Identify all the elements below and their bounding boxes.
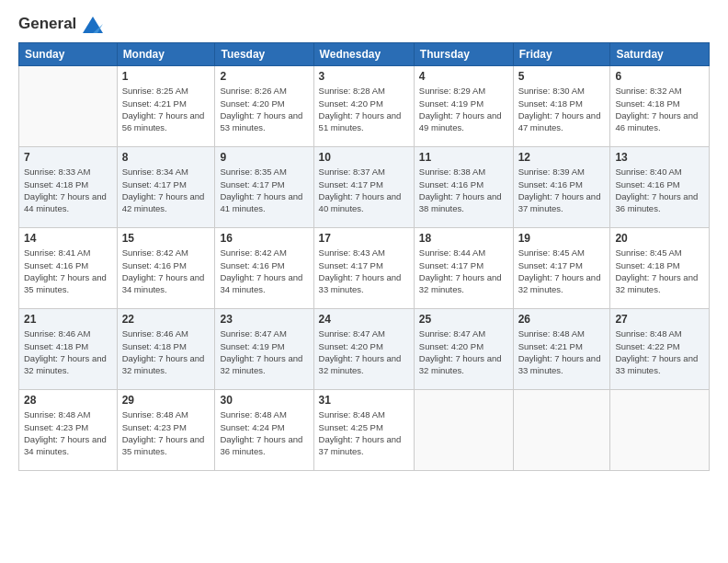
calendar-cell: 24Sunrise: 8:47 AMSunset: 4:20 PMDayligh… <box>313 309 414 390</box>
day-number: 22 <box>122 313 210 326</box>
logo: General <box>18 15 103 33</box>
day-number: 4 <box>419 70 508 83</box>
calendar-cell: 12Sunrise: 8:39 AMSunset: 4:16 PMDayligh… <box>513 147 610 228</box>
calendar-cell: 9Sunrise: 8:35 AMSunset: 4:17 PMDaylight… <box>215 147 313 228</box>
calendar-week-row: 21Sunrise: 8:46 AMSunset: 4:18 PMDayligh… <box>19 309 710 390</box>
day-info: Sunrise: 8:48 AMSunset: 4:23 PMDaylight:… <box>122 408 210 457</box>
day-number: 13 <box>615 151 704 164</box>
day-info: Sunrise: 8:43 AMSunset: 4:17 PMDaylight:… <box>319 247 409 295</box>
day-info: Sunrise: 8:34 AMSunset: 4:17 PMDaylight:… <box>122 166 210 214</box>
calendar-cell: 8Sunrise: 8:34 AMSunset: 4:17 PMDaylight… <box>117 147 215 228</box>
day-info: Sunrise: 8:37 AMSunset: 4:17 PMDaylight:… <box>319 166 409 214</box>
calendar-cell: 22Sunrise: 8:46 AMSunset: 4:18 PMDayligh… <box>117 309 215 390</box>
day-number: 19 <box>518 232 606 245</box>
day-number: 14 <box>24 232 112 245</box>
calendar-cell <box>414 390 513 471</box>
calendar-cell <box>513 390 610 471</box>
calendar-week-row: 14Sunrise: 8:41 AMSunset: 4:16 PMDayligh… <box>19 228 710 309</box>
day-number: 29 <box>122 394 210 407</box>
day-info: Sunrise: 8:28 AMSunset: 4:20 PMDaylight:… <box>319 85 409 133</box>
day-info: Sunrise: 8:35 AMSunset: 4:17 PMDaylight:… <box>220 166 308 214</box>
calendar-cell: 15Sunrise: 8:42 AMSunset: 4:16 PMDayligh… <box>117 228 215 309</box>
day-number: 6 <box>615 70 704 83</box>
day-info: Sunrise: 8:30 AMSunset: 4:18 PMDaylight:… <box>518 85 606 133</box>
calendar-cell <box>19 66 118 147</box>
calendar-cell: 20Sunrise: 8:45 AMSunset: 4:18 PMDayligh… <box>610 228 710 309</box>
day-number: 30 <box>220 394 308 407</box>
day-number: 10 <box>319 151 409 164</box>
day-number: 24 <box>319 313 409 326</box>
day-number: 7 <box>24 151 112 164</box>
day-info: Sunrise: 8:45 AMSunset: 4:18 PMDaylight:… <box>615 247 704 295</box>
day-info: Sunrise: 8:47 AMSunset: 4:19 PMDaylight:… <box>220 327 308 376</box>
day-info: Sunrise: 8:48 AMSunset: 4:23 PMDaylight:… <box>24 408 112 457</box>
calendar-cell: 29Sunrise: 8:48 AMSunset: 4:23 PMDayligh… <box>117 390 215 471</box>
logo-text: General <box>18 15 103 33</box>
day-number: 23 <box>220 313 308 326</box>
weekday-header: Sunday <box>19 43 118 66</box>
weekday-header: Monday <box>117 43 215 66</box>
header: General <box>18 15 710 33</box>
day-number: 11 <box>419 151 508 164</box>
day-info: Sunrise: 8:25 AMSunset: 4:21 PMDaylight:… <box>122 85 210 133</box>
day-number: 9 <box>220 151 308 164</box>
day-info: Sunrise: 8:46 AMSunset: 4:18 PMDaylight:… <box>122 327 210 376</box>
day-info: Sunrise: 8:42 AMSunset: 4:16 PMDaylight:… <box>220 247 308 295</box>
calendar-cell: 31Sunrise: 8:48 AMSunset: 4:25 PMDayligh… <box>313 390 414 471</box>
day-info: Sunrise: 8:48 AMSunset: 4:25 PMDaylight:… <box>319 408 409 457</box>
page: General SundayMondayTuesdayWednesdayThur… <box>0 0 728 563</box>
day-number: 2 <box>220 70 308 83</box>
day-number: 21 <box>24 313 112 326</box>
calendar-cell <box>610 390 710 471</box>
day-info: Sunrise: 8:38 AMSunset: 4:16 PMDaylight:… <box>419 166 508 214</box>
calendar-cell: 21Sunrise: 8:46 AMSunset: 4:18 PMDayligh… <box>19 309 118 390</box>
day-info: Sunrise: 8:33 AMSunset: 4:18 PMDaylight:… <box>24 166 112 214</box>
calendar-cell: 1Sunrise: 8:25 AMSunset: 4:21 PMDaylight… <box>117 66 215 147</box>
day-info: Sunrise: 8:41 AMSunset: 4:16 PMDaylight:… <box>24 247 112 295</box>
weekday-header: Tuesday <box>215 43 313 66</box>
calendar-cell: 30Sunrise: 8:48 AMSunset: 4:24 PMDayligh… <box>215 390 313 471</box>
calendar-cell: 7Sunrise: 8:33 AMSunset: 4:18 PMDaylight… <box>19 147 118 228</box>
weekday-header: Wednesday <box>313 43 414 66</box>
day-info: Sunrise: 8:48 AMSunset: 4:21 PMDaylight:… <box>518 327 606 376</box>
calendar-cell: 11Sunrise: 8:38 AMSunset: 4:16 PMDayligh… <box>414 147 513 228</box>
calendar-week-row: 1Sunrise: 8:25 AMSunset: 4:21 PMDaylight… <box>19 66 710 147</box>
day-info: Sunrise: 8:44 AMSunset: 4:17 PMDaylight:… <box>419 247 508 295</box>
day-number: 12 <box>518 151 606 164</box>
calendar-cell: 26Sunrise: 8:48 AMSunset: 4:21 PMDayligh… <box>513 309 610 390</box>
day-info: Sunrise: 8:46 AMSunset: 4:18 PMDaylight:… <box>24 327 112 376</box>
calendar-cell: 25Sunrise: 8:47 AMSunset: 4:20 PMDayligh… <box>414 309 513 390</box>
calendar-cell: 19Sunrise: 8:45 AMSunset: 4:17 PMDayligh… <box>513 228 610 309</box>
calendar-cell: 17Sunrise: 8:43 AMSunset: 4:17 PMDayligh… <box>313 228 414 309</box>
calendar-table: SundayMondayTuesdayWednesdayThursdayFrid… <box>18 42 710 471</box>
calendar-cell: 4Sunrise: 8:29 AMSunset: 4:19 PMDaylight… <box>414 66 513 147</box>
calendar-cell: 3Sunrise: 8:28 AMSunset: 4:20 PMDaylight… <box>313 66 414 147</box>
day-number: 27 <box>615 313 704 326</box>
calendar-cell: 5Sunrise: 8:30 AMSunset: 4:18 PMDaylight… <box>513 66 610 147</box>
day-info: Sunrise: 8:47 AMSunset: 4:20 PMDaylight:… <box>419 327 508 376</box>
day-number: 18 <box>419 232 508 245</box>
day-number: 25 <box>419 313 508 326</box>
day-info: Sunrise: 8:48 AMSunset: 4:22 PMDaylight:… <box>615 327 704 376</box>
calendar-cell: 23Sunrise: 8:47 AMSunset: 4:19 PMDayligh… <box>215 309 313 390</box>
calendar-cell: 28Sunrise: 8:48 AMSunset: 4:23 PMDayligh… <box>19 390 118 471</box>
day-number: 20 <box>615 232 704 245</box>
calendar-header-row: SundayMondayTuesdayWednesdayThursdayFrid… <box>19 43 710 66</box>
svg-marker-0 <box>83 17 103 33</box>
calendar-cell: 16Sunrise: 8:42 AMSunset: 4:16 PMDayligh… <box>215 228 313 309</box>
day-number: 3 <box>319 70 409 83</box>
day-info: Sunrise: 8:40 AMSunset: 4:16 PMDaylight:… <box>615 166 704 214</box>
day-number: 26 <box>518 313 606 326</box>
weekday-header: Saturday <box>610 43 710 66</box>
weekday-header: Thursday <box>414 43 513 66</box>
day-info: Sunrise: 8:26 AMSunset: 4:20 PMDaylight:… <box>220 85 308 133</box>
day-number: 28 <box>24 394 112 407</box>
day-number: 15 <box>122 232 210 245</box>
day-number: 31 <box>319 394 409 407</box>
day-number: 5 <box>518 70 606 83</box>
weekday-header: Friday <box>513 43 610 66</box>
day-number: 16 <box>220 232 308 245</box>
day-info: Sunrise: 8:45 AMSunset: 4:17 PMDaylight:… <box>518 247 606 295</box>
calendar-cell: 6Sunrise: 8:32 AMSunset: 4:18 PMDaylight… <box>610 66 710 147</box>
day-info: Sunrise: 8:48 AMSunset: 4:24 PMDaylight:… <box>220 408 308 457</box>
